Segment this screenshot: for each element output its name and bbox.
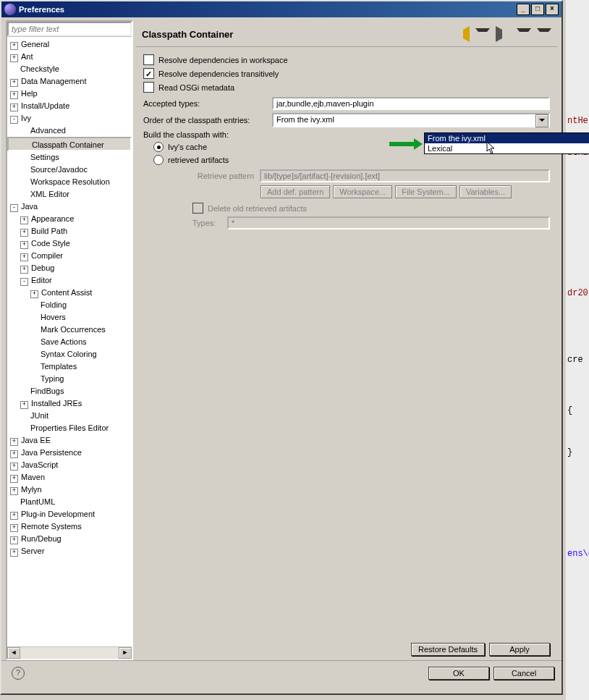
expand-icon[interactable]: + — [10, 42, 18, 50]
order-option-from-ivy[interactable]: From the ivy.xml — [425, 133, 589, 143]
filter-input[interactable] — [7, 22, 132, 36]
tree-item[interactable]: XML Editor — [7, 188, 132, 201]
tree-item[interactable]: +Content Assist — [7, 287, 132, 299]
expand-icon[interactable]: + — [10, 438, 18, 446]
maximize-button[interactable]: □ — [531, 4, 544, 15]
resolve-transitive-checkbox[interactable] — [143, 68, 154, 79]
accepted-types-input[interactable] — [272, 97, 550, 110]
tree-item[interactable]: +Build Path — [7, 225, 132, 237]
scroll-left-icon[interactable]: ◄ — [7, 647, 20, 659]
tree-item[interactable]: +Mylyn — [7, 484, 132, 496]
expand-icon[interactable]: + — [10, 450, 18, 458]
types-input — [227, 216, 550, 229]
tree-item[interactable]: Settings — [7, 151, 132, 164]
tree-item[interactable]: +Help — [7, 88, 132, 100]
tree-item[interactable]: +Data Management — [7, 75, 132, 88]
tree-item[interactable]: Checkstyle — [7, 63, 132, 75]
chevron-down-icon[interactable] — [535, 114, 548, 127]
tree-item[interactable]: Save Actions — [7, 336, 132, 348]
tree-item[interactable]: Classpath Container — [7, 137, 132, 151]
collapse-icon[interactable]: - — [10, 204, 18, 212]
build-with-label: Build the classpath with: — [143, 130, 272, 139]
tree-item[interactable]: Source/Javadoc — [7, 164, 132, 176]
tree-item[interactable]: +Remote Systems — [7, 520, 132, 533]
tree-item[interactable]: +Run/Debug — [7, 533, 132, 545]
titlebar[interactable]: Preferences _ □ × — [1, 1, 562, 17]
tree-item[interactable]: +Appearance — [7, 213, 132, 225]
restore-defaults-button[interactable]: Restore Defaults — [411, 643, 485, 656]
expand-icon[interactable]: + — [20, 229, 28, 237]
tree-item[interactable]: Templates — [7, 360, 132, 373]
cancel-button[interactable]: Cancel — [493, 667, 554, 680]
tree-item[interactable]: Advanced — [7, 125, 132, 137]
collapse-icon[interactable]: - — [20, 278, 28, 286]
expand-icon[interactable]: + — [10, 463, 18, 471]
expand-icon[interactable]: + — [20, 241, 28, 249]
order-option-lexical[interactable]: Lexical — [425, 143, 589, 153]
tree-item[interactable]: +Server — [7, 545, 132, 557]
expand-icon[interactable]: + — [10, 536, 18, 544]
ivys-cache-radio[interactable] — [153, 142, 164, 152]
tree-item[interactable]: PlantUML — [7, 496, 132, 508]
tree-item[interactable]: +Code Style — [7, 237, 132, 250]
nav-forward-menu-icon[interactable] — [517, 28, 531, 41]
tree-item[interactable]: +Installed JREs — [7, 397, 132, 410]
tree-item[interactable]: Typing — [7, 373, 132, 385]
tree-item[interactable]: +Compiler — [7, 250, 132, 262]
tree-item[interactable]: +Java EE — [7, 434, 132, 447]
tree-item[interactable]: +Debug — [7, 262, 132, 274]
tree-item[interactable]: +Maven — [7, 471, 132, 484]
nav-menu-icon[interactable] — [537, 28, 551, 41]
resolve-workspace-checkbox[interactable] — [143, 54, 154, 65]
expand-icon[interactable]: + — [10, 475, 18, 483]
expand-icon[interactable]: + — [20, 266, 28, 274]
nav-back-menu-icon[interactable] — [475, 28, 490, 41]
expand-icon[interactable]: + — [10, 54, 18, 62]
expand-icon[interactable]: + — [10, 487, 18, 495]
nav-back-icon[interactable] — [454, 26, 470, 42]
tree-item[interactable]: Properties Files Editor — [7, 422, 132, 434]
preferences-tree[interactable]: +General+AntCheckstyle+Data Management+H… — [7, 37, 132, 646]
tree-item[interactable]: -Ivy — [7, 112, 132, 125]
expand-icon[interactable]: + — [10, 524, 18, 532]
tree-item[interactable]: -Editor — [7, 274, 132, 287]
tree-item[interactable]: Mark Occurrences — [7, 324, 132, 336]
expand-icon[interactable]: + — [10, 549, 18, 557]
close-button[interactable]: × — [546, 4, 559, 15]
read-osgi-checkbox[interactable] — [143, 82, 154, 93]
scroll-right-icon[interactable]: ► — [119, 647, 132, 659]
filesystem-button: File System... — [395, 185, 457, 198]
expand-icon[interactable]: + — [10, 79, 18, 87]
tree-item[interactable]: +General — [7, 38, 132, 51]
expand-icon[interactable]: + — [10, 91, 18, 99]
tree-item[interactable]: +Ant — [7, 51, 132, 63]
expand-icon[interactable]: + — [20, 216, 28, 224]
order-dropdown-list[interactable]: From the ivy.xml Lexical — [424, 132, 589, 154]
filter-box — [7, 22, 132, 37]
expand-icon[interactable]: + — [10, 512, 18, 520]
horizontal-scrollbar[interactable]: ◄ ► — [7, 646, 132, 659]
tree-item[interactable]: Syntax Coloring — [7, 348, 132, 360]
tree-item[interactable]: +JavaScript — [7, 459, 132, 471]
help-icon[interactable]: ? — [12, 667, 25, 680]
expand-icon[interactable]: + — [20, 253, 28, 261]
tree-item[interactable]: -Java — [7, 201, 132, 213]
tree-item[interactable]: +Plug-in Development — [7, 508, 132, 520]
tree-item[interactable]: FindBugs — [7, 385, 132, 397]
order-select[interactable]: From the ivy.xml — [272, 113, 550, 127]
apply-button[interactable]: Apply — [489, 643, 550, 656]
tree-item[interactable]: +Java Persistence — [7, 447, 132, 459]
expand-icon[interactable]: + — [20, 401, 28, 409]
tree-item[interactable]: Folding — [7, 299, 132, 311]
nav-forward-icon[interactable] — [496, 26, 511, 42]
tree-item[interactable]: Hovers — [7, 311, 132, 324]
expand-icon[interactable]: + — [10, 104, 18, 111]
minimize-button[interactable]: _ — [517, 4, 530, 15]
tree-item[interactable]: JUnit — [7, 410, 132, 422]
retrieved-artifacts-radio[interactable] — [153, 155, 164, 165]
expand-icon[interactable]: + — [30, 290, 38, 298]
ok-button[interactable]: OK — [428, 667, 489, 680]
tree-item[interactable]: +Install/Update — [7, 100, 132, 112]
collapse-icon[interactable]: - — [10, 116, 18, 124]
tree-item[interactable]: Workspace Resolution — [7, 176, 132, 188]
